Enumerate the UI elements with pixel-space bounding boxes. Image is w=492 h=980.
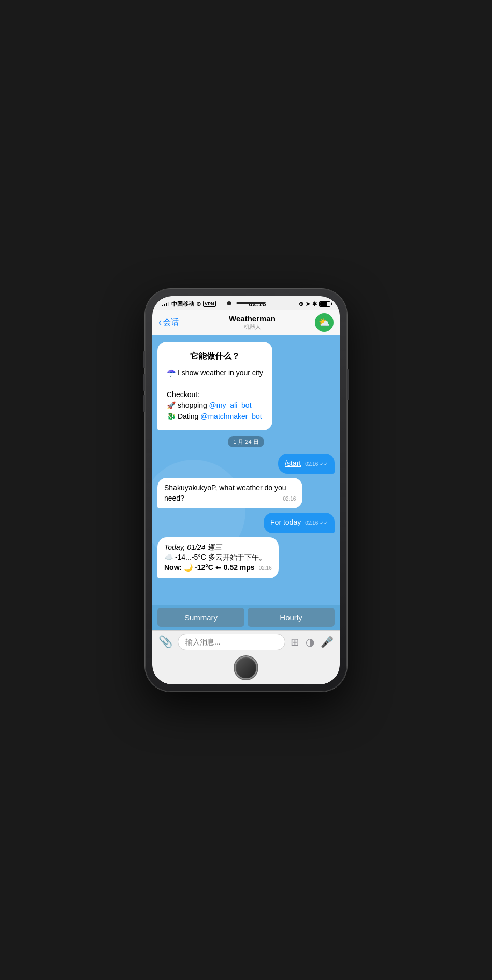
intro-bubble: 它能做什么？ ☂️ I show weather in your city Ch… (157, 342, 272, 430)
bot-reply2-temp-line: ☁️ -14...-5°C 多云开始于下午。 (164, 552, 272, 563)
user-msg2-time: 02:16 ✓✓ (305, 520, 328, 527)
double-check-2: ✓✓ (320, 520, 328, 526)
home-button-area (152, 653, 340, 684)
location-icon: ➤ (306, 301, 310, 308)
moon-emoji: 🌙 (184, 563, 193, 572)
status-left: 中国移动 ⊙ VPN (162, 300, 216, 308)
navigation-bar: ‹ 会话 Weatherman 机器人 ⛅ (152, 310, 340, 335)
wifi-icon: ⊙ (196, 301, 201, 308)
back-label: 会话 (163, 317, 179, 327)
status-right: ⊕ ➤ ✱ (299, 301, 330, 308)
signal-bars (162, 301, 169, 306)
back-chevron-icon: ‹ (158, 317, 162, 328)
user-msg1-bubble: /start 02:16 ✓✓ (278, 454, 335, 474)
sticker-button[interactable]: ⊞ (290, 635, 300, 649)
phone-screen: 中国移动 ⊙ VPN 02:16 ⊕ ➤ ✱ ‹ 会话 (152, 296, 340, 684)
summary-button[interactable]: Summary (157, 608, 244, 627)
chat-title: Weatherman (229, 314, 276, 323)
signal-bar-4 (168, 302, 169, 306)
intro-dating-line: 🐉 Dating @matchmaker_bot (167, 411, 263, 422)
bot-reply1-bubble: ShakuyakukyoP, what weather do you need?… (157, 478, 302, 508)
dragon-emoji: 🐉 (167, 412, 176, 420)
bot-reply1-wrap: ShakuyakukyoP, what weather do you need?… (157, 478, 335, 508)
intro-line1-text: I show weather in your city (176, 369, 263, 377)
carrier-name: 中国移动 (171, 300, 194, 308)
bot-reply2-bubble: Today, 01/24 週三 ☁️ -14...-5°C 多云开始于下午。 N… (157, 537, 279, 578)
signal-bar-1 (162, 305, 163, 306)
user-msg1-wrap: /start 02:16 ✓✓ (157, 454, 335, 474)
nav-title-area: Weatherman 机器人 (190, 314, 315, 331)
now-label: Now: (164, 563, 182, 572)
shopping-text: shopping (176, 401, 209, 409)
dating-text: Dating (176, 412, 200, 420)
bot-avatar[interactable]: ⛅ (315, 313, 334, 332)
intro-title: 它能做什么？ (167, 350, 263, 362)
battery-fill (320, 302, 327, 306)
mic-button[interactable]: 🎤 (320, 635, 335, 649)
hourly-button[interactable]: Hourly (248, 608, 335, 627)
bot-reply2-wrap: Today, 01/24 週三 ☁️ -14...-5°C 多云开始于下午。 N… (157, 537, 335, 578)
back-button[interactable]: ‹ 会话 (158, 317, 190, 328)
home-button[interactable] (235, 656, 257, 679)
quick-replies-bar: Summary Hourly (152, 605, 340, 630)
intro-checkout: Checkout: (167, 389, 263, 400)
phone-top-decorations (227, 301, 265, 305)
now-wind: 0.52 mps (224, 563, 255, 572)
attach-button[interactable]: 📎 (157, 634, 173, 650)
now-temp: -12°C (195, 563, 213, 572)
rocket-emoji: 🚀 (167, 401, 176, 409)
input-bar: 📎 ⊞ ◑ 🎤 (152, 630, 340, 653)
front-camera (227, 301, 231, 305)
double-check-1: ✓✓ (320, 461, 328, 467)
chat-area: 它能做什么？ ☂️ I show weather in your city Ch… (152, 335, 340, 605)
lock-icon: ⊕ (299, 301, 303, 308)
intro-message-wrap: 它能做什么？ ☂️ I show weather in your city Ch… (157, 342, 335, 430)
bot-reply2-date-line: Today, 01/24 週三 (164, 543, 272, 553)
shopping-link[interactable]: @my_ali_bot (209, 401, 252, 409)
user-msg1-text: /start (285, 459, 301, 467)
battery-icon (319, 301, 330, 307)
bluetooth-icon: ✱ (312, 301, 317, 308)
umbrella-emoji: ☂️ (167, 369, 176, 377)
dating-link[interactable]: @matchmaker_bot (200, 412, 262, 420)
bot-reply2-date: Today, 01/24 週三 (164, 543, 222, 551)
bot-reply2-time: 02:16 (259, 565, 272, 572)
bot-reply1-time: 02:16 (283, 495, 296, 503)
user-msg2-wrap: For today 02:16 ✓✓ (157, 513, 335, 533)
vpn-badge: VPN (203, 301, 216, 307)
screen-content: 中国移动 ⊙ VPN 02:16 ⊕ ➤ ✱ ‹ 会话 (152, 296, 340, 684)
bot-reply1-text: ShakuyakukyoP, what weather do you need? (164, 484, 286, 502)
user-msg2-bubble: For today 02:16 ✓✓ (264, 513, 335, 533)
speaker (237, 302, 265, 304)
intro-shopping-line: 🚀 shopping @my_ali_bot (167, 400, 263, 411)
phone-frame: 中国移动 ⊙ VPN 02:16 ⊕ ➤ ✱ ‹ 会话 (145, 289, 347, 692)
user-msg2-time-val: 02:16 (305, 520, 318, 526)
bot-avatar-icon: ⛅ (319, 317, 330, 328)
user-msg2-text: For today (270, 518, 301, 526)
user-msg1-time: 02:16 ✓✓ (305, 461, 328, 468)
arrow-emoji: ⬅ (215, 563, 222, 572)
signal-bar-3 (166, 303, 167, 306)
chat-subtitle: 机器人 (244, 323, 261, 331)
bot-reply2-now-line: Now: 🌙 -12°C ⬅ 0.52 mps 02:16 (164, 563, 272, 573)
date-divider: 1 月 24 日 (228, 436, 264, 447)
intro-line1: ☂️ I show weather in your city (167, 368, 263, 378)
message-input[interactable] (178, 634, 285, 650)
emoji-button[interactable]: ◑ (305, 635, 315, 649)
user-msg1-time-val: 02:16 (305, 461, 318, 467)
signal-bar-2 (164, 304, 165, 306)
